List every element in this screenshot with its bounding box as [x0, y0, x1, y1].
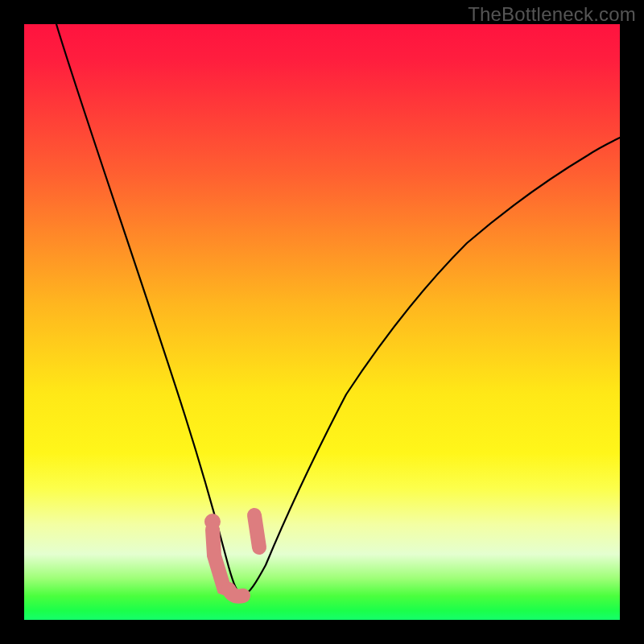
plot-area — [24, 24, 620, 620]
bottleneck-curve — [56, 24, 620, 596]
watermark-text: TheBottleneck.com — [468, 3, 636, 26]
marker-optimal-trough — [229, 589, 243, 597]
chart-root: TheBottleneck.com — [0, 0, 644, 644]
marker-optimal-right — [254, 515, 259, 547]
curve-svg — [24, 24, 620, 620]
